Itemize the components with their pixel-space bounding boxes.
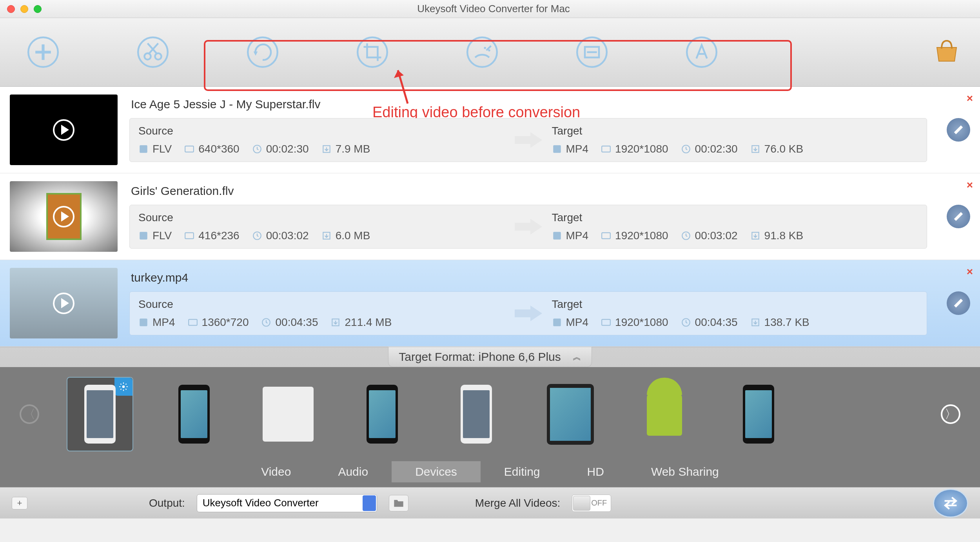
svg-rect-26 [602,146,610,152]
svg-point-5 [155,53,161,60]
edit-video-button[interactable] [947,291,970,315]
svg-rect-38 [189,319,197,325]
bottom-bar: + Output: Ukeysoft Video Converter Merge… [0,487,980,518]
source-label: Source [138,125,505,137]
device-wii[interactable] [255,377,321,451]
carousel-next-button[interactable]: 〉 [941,404,960,424]
trim-button[interactable] [133,33,172,72]
video-filename: Ice Age 5 Jessie J - My Superstar.flv [129,98,927,111]
edit-video-button[interactable] [947,118,970,142]
conversion-arrow-icon [505,130,552,150]
device-iphone-white[interactable] [443,377,510,451]
merge-state: OFF [591,498,607,507]
titlebar: Ukeysoft Video Converter for Mac [0,0,980,18]
target-resolution: 1920*1080 [601,143,668,155]
video-row[interactable]: × Ice Age 5 Jessie J - My Superstar.flv … [0,87,980,173]
remove-video-button[interactable]: × [967,92,973,105]
target-size: 76.0 KB [750,143,804,155]
svg-rect-37 [140,318,147,326]
video-thumbnail[interactable] [10,181,118,252]
output-path-value: Ukeysoft Video Converter [203,497,319,509]
svg-rect-21 [140,145,147,153]
tab-audio[interactable]: Audio [314,461,392,482]
tab-devices[interactable]: Devices [392,461,481,482]
play-icon [53,293,74,314]
video-thumbnail[interactable] [10,268,118,338]
gear-icon[interactable] [114,378,132,396]
annotation-highlight [204,40,792,91]
device-carousel: 〈 〉 [0,367,980,461]
svg-rect-30 [185,233,194,238]
convert-button[interactable] [933,489,968,518]
chevron-down-icon: ︽ [573,351,581,363]
svg-rect-29 [140,232,147,240]
close-window-button[interactable] [7,5,15,13]
carousel-prev-button[interactable]: 〈 [20,404,39,424]
target-duration: 00:02:30 [681,143,738,155]
svg-rect-33 [553,232,561,240]
toolbar [0,18,980,87]
output-label: Output: [149,497,185,509]
target-label: Target [552,125,918,137]
target-format-dropdown[interactable]: Target Format: iPhone 6,6 Plus ︽ [388,347,592,367]
source-label: Source [138,298,505,311]
target-label: Target [552,211,918,224]
source-resolution: 640*360 [184,143,239,155]
video-info-box: Source FLV 416*236 00:03:02 6.0 MB Targe… [129,205,927,249]
add-file-button[interactable] [24,33,63,72]
video-row[interactable]: × turkey.mp4 Source MP4 1360*720 00:04:3… [0,260,980,347]
svg-point-4 [144,53,151,60]
output-path-select[interactable]: Ukeysoft Video Converter [197,494,377,512]
svg-point-45 [122,386,125,388]
target-format-label: Target Format: iPhone 6,6 Plus [399,350,561,364]
select-arrows-icon [363,495,376,511]
device-iphone5[interactable] [161,377,227,451]
target-label: Target [552,298,918,311]
device-android[interactable] [631,377,698,451]
svg-point-3 [138,37,168,67]
tab-websharing[interactable]: Web Sharing [628,461,742,482]
category-tabs: Video Audio Devices Editing HD Web Shari… [0,461,980,487]
video-info-box: Source MP4 1360*720 00:04:35 211.4 MB Ta… [129,291,927,335]
video-thumbnail[interactable] [10,95,118,165]
device-iphone6[interactable] [67,377,133,451]
tab-video[interactable]: Video [238,461,314,482]
device-ipad[interactable] [537,377,604,451]
window-title: Ukeysoft Video Converter for Mac [42,3,946,15]
svg-rect-34 [602,233,610,238]
edit-video-button[interactable] [947,205,970,228]
target-format: MP4 [552,143,589,155]
svg-rect-25 [553,145,561,153]
conversion-arrow-icon [505,217,552,236]
video-list: × Ice Age 5 Jessie J - My Superstar.flv … [0,87,980,347]
merge-toggle[interactable]: OFF [572,495,611,512]
svg-rect-42 [602,319,610,325]
shop-button[interactable] [933,38,960,65]
source-label: Source [138,211,505,224]
play-icon [53,206,74,227]
maximize-window-button[interactable] [34,5,42,13]
minimize-window-button[interactable] [20,5,28,13]
remove-video-button[interactable]: × [967,179,973,191]
device-iphone5c[interactable] [349,377,416,451]
svg-rect-41 [553,318,561,326]
merge-label: Merge All Videos: [475,497,560,509]
source-format: FLV [138,143,172,155]
svg-rect-22 [185,146,194,152]
play-icon [53,119,74,141]
remove-video-button[interactable]: × [967,266,973,278]
video-filename: Girls' Generation.flv [129,184,927,198]
source-duration: 00:02:30 [252,143,309,155]
open-folder-button[interactable] [389,495,408,511]
video-filename: turkey.mp4 [129,271,927,284]
tab-hd[interactable]: HD [564,461,628,482]
source-size: 7.9 MB [321,143,370,155]
video-row[interactable]: × Girls' Generation.flv Source FLV 416*2… [0,173,980,260]
device-galaxy[interactable] [725,377,792,451]
tab-editing[interactable]: Editing [481,461,564,482]
video-info-box: Source FLV 640*360 00:02:30 7.9 MB Targe… [129,118,927,162]
add-small-button[interactable]: + [12,497,27,509]
conversion-arrow-icon [505,304,552,323]
